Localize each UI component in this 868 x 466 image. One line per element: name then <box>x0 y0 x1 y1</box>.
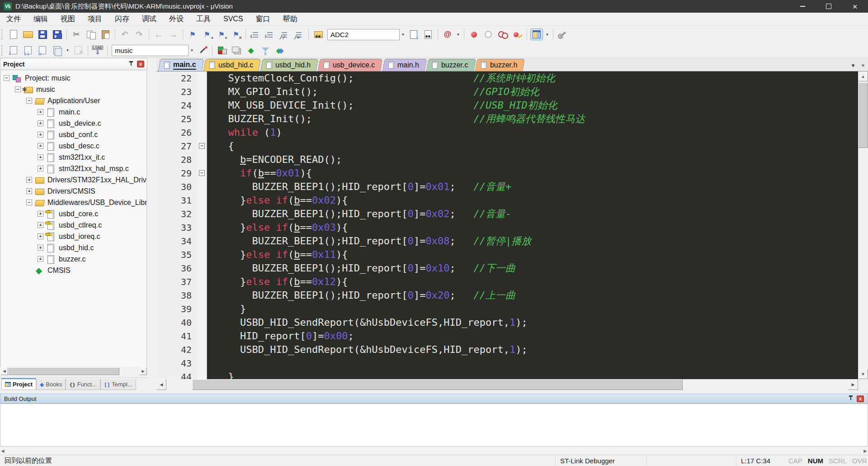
comment-selection-button[interactable] <box>278 29 291 40</box>
bookmark-clear-button[interactable] <box>230 29 242 40</box>
code-line[interactable]: 25 BUZZER_Init(); //用蜂鸣器代替线性马达 <box>156 112 858 126</box>
expand-icon[interactable]: + <box>38 143 43 149</box>
tree-item[interactable]: +usbd_conf.c <box>1 129 146 140</box>
toolbar-grip[interactable] <box>1 45 5 56</box>
download-button[interactable] <box>91 44 104 56</box>
code-text[interactable]: MX_USB_DEVICE_Init(); //USB_HID初始化 <box>207 99 557 112</box>
debug-windows-button[interactable] <box>530 29 543 40</box>
tree-item[interactable]: +Drivers/STM32F1xx_HAL_Driver <box>1 174 146 185</box>
tree-item[interactable]: +usbd_ioreq.c <box>1 231 146 242</box>
panel-tab-templates[interactable]: Templ... <box>100 379 136 390</box>
menu-item-flash[interactable]: 闪存 <box>108 13 136 26</box>
paste-button[interactable] <box>99 29 112 40</box>
code-text[interactable]: if(b==0x01){ <box>207 166 312 180</box>
scroll-right-icon[interactable]: ▶ <box>139 367 147 375</box>
tree-item[interactable]: +usbd_ctlreq.c <box>1 219 146 231</box>
tab-list-dropdown-icon[interactable]: ▾ <box>848 62 858 69</box>
code-line[interactable]: 28 b=ENCODER_READ(); <box>156 153 858 166</box>
bookmark-prev-button[interactable] <box>201 29 213 40</box>
code-line[interactable]: 26 while (1) <box>156 126 858 139</box>
stop-build-button[interactable] <box>72 44 85 56</box>
expand-icon[interactable]: + <box>38 222 43 228</box>
undo-button[interactable] <box>118 29 131 40</box>
menu-item-debug[interactable]: 调试 <box>136 13 163 26</box>
code-text[interactable]: } <box>207 302 246 316</box>
code-text[interactable]: b=ENCODER_READ(); <box>207 153 342 166</box>
editor-hscrollbar[interactable]: ◀ ▶ <box>156 379 858 390</box>
quick-find-dropdown-icon[interactable] <box>455 29 462 40</box>
indent-left-button[interactable] <box>249 29 262 40</box>
expand-icon[interactable]: + <box>38 154 43 160</box>
code-line[interactable]: 23 MX_GPIO_Init(); //GPIO初始化 <box>156 85 858 99</box>
scroll-thumb[interactable] <box>192 379 683 390</box>
menu-item-edit[interactable]: 编辑 <box>27 13 54 26</box>
find-button[interactable] <box>422 29 434 40</box>
expand-icon[interactable]: + <box>38 109 43 115</box>
close-icon[interactable]: x <box>857 395 864 402</box>
code-text[interactable]: }else if(b==0x11){ <box>207 248 348 262</box>
collapse-icon[interactable]: − <box>26 98 32 104</box>
menu-item-help[interactable]: 帮助 <box>277 13 304 26</box>
code-line[interactable]: 27− { <box>156 139 858 153</box>
bookmark-next-button[interactable] <box>215 29 228 40</box>
tree-item[interactable]: +usbd_core.c <box>1 208 146 219</box>
maximize-button[interactable] <box>816 0 842 13</box>
file-tab-buzzer-c[interactable]: buzzer.c <box>426 59 476 71</box>
file-tab-usb_device-c[interactable]: usb_device.c <box>318 59 383 71</box>
file-tab-main-c[interactable]: main.c <box>158 59 204 71</box>
expand-icon[interactable]: + <box>26 188 32 194</box>
search-combo[interactable]: ADC2 <box>327 29 400 40</box>
manage-rte-button[interactable] <box>216 44 228 56</box>
menu-item-file[interactable]: 文件 <box>0 13 27 26</box>
menu-item-svcs[interactable]: SVCS <box>217 13 250 26</box>
collapse-icon[interactable]: − <box>26 200 32 205</box>
file-tab-usbd_hid-h[interactable]: usbd_hid.h <box>260 59 319 71</box>
collapse-icon[interactable]: − <box>4 75 9 81</box>
editor-vscrollbar[interactable]: ▲ ▼ <box>858 71 868 379</box>
pin-icon[interactable] <box>128 61 134 67</box>
expand-icon[interactable]: + <box>38 132 43 138</box>
redo-button[interactable] <box>133 29 146 40</box>
minimize-button[interactable] <box>789 0 816 13</box>
tree-item[interactable]: −Middlewares/USB_Device_Librar <box>1 197 146 208</box>
code-text[interactable]: USBD_HID_SendReport(&hUsbDeviceFS,HID_re… <box>207 343 528 357</box>
target-combo[interactable]: music <box>112 45 189 56</box>
tree-item[interactable]: +usbd_hid.c <box>1 242 146 253</box>
copy-button[interactable] <box>85 29 97 40</box>
tree-item[interactable]: +stm32f1xx_it.c <box>1 152 146 163</box>
file-extensions-button[interactable] <box>230 44 243 56</box>
code-text[interactable]: USBD_HID_SendReport(&hUsbDeviceFS,HID_re… <box>207 316 528 329</box>
quick-find-button[interactable] <box>441 29 454 40</box>
code-text[interactable]: MX_GPIO_Init(); //GPIO初始化 <box>207 85 539 99</box>
breakpoint-disable-all-button[interactable] <box>496 29 509 40</box>
find-in-files-button[interactable] <box>312 29 325 40</box>
code-text[interactable]: BUZZER_BEEP1();HID_report[0]=0x20; //上一曲 <box>207 289 515 302</box>
collapse-icon[interactable]: − <box>15 86 21 92</box>
scroll-right-icon[interactable]: ▶ <box>848 379 858 390</box>
tree-item[interactable]: +buzzer.c <box>1 253 146 265</box>
build-output-hscrollbar[interactable]: ◀ ▶ <box>0 447 868 455</box>
configure-target-button[interactable] <box>557 29 569 40</box>
select-software-packs-button[interactable] <box>259 44 272 56</box>
code-line[interactable]: 42 USBD_HID_SendReport(&hUsbDeviceFS,HID… <box>156 343 858 357</box>
uncomment-selection-button[interactable] <box>292 29 305 40</box>
code-text[interactable]: BUZZER_Init(); //用蜂鸣器代替线性马达 <box>207 112 585 126</box>
code-line[interactable]: 34 BUZZER_BEEP1();HID_report[0]=0x08; //… <box>156 234 858 248</box>
tree-item[interactable]: +main.c <box>1 106 146 118</box>
toolbar-grip[interactable] <box>1 29 5 40</box>
close-icon[interactable]: x <box>137 61 144 67</box>
bookmark-toggle-button[interactable] <box>186 29 199 40</box>
close-tab-icon[interactable]: × <box>858 62 868 69</box>
scroll-right-icon[interactable]: ▶ <box>863 448 867 453</box>
save-all-button[interactable] <box>51 29 63 40</box>
panel-tab-project[interactable]: Project <box>1 378 36 390</box>
find-next-button[interactable] <box>407 29 420 40</box>
scroll-thumb[interactable] <box>858 82 868 148</box>
tree-item[interactable]: +usbd_desc.c <box>1 140 146 152</box>
menu-item-tools[interactable]: 工具 <box>190 13 217 26</box>
code-line[interactable]: 30 BUZZER_BEEP1();HID_report[0]=0x01; //… <box>156 180 858 194</box>
batch-build-button[interactable] <box>51 44 63 56</box>
expand-icon[interactable]: + <box>38 256 43 262</box>
scroll-thumb[interactable] <box>8 367 119 375</box>
menu-item-view[interactable]: 视图 <box>54 13 81 26</box>
